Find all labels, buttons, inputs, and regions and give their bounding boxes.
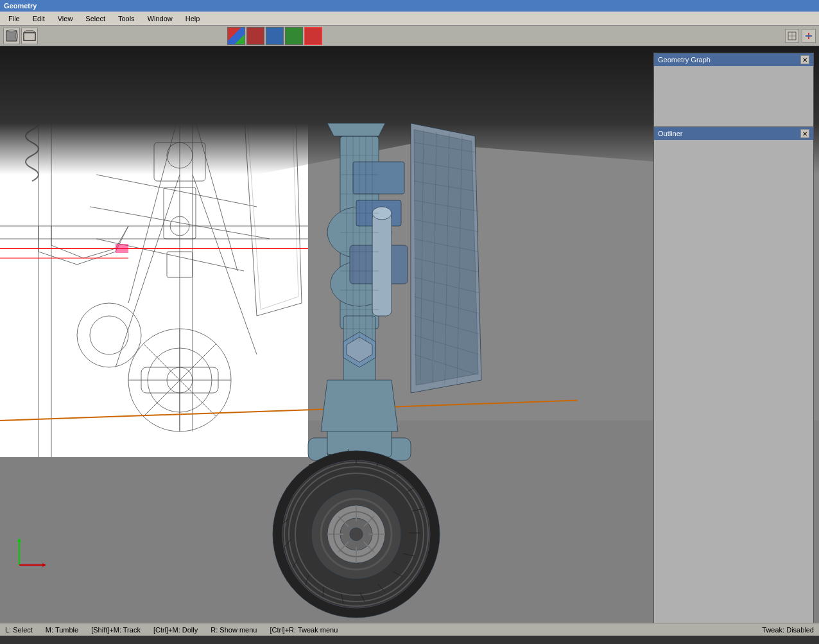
outliner-content — [654, 140, 813, 636]
svg-rect-56 — [372, 213, 392, 316]
status-select: L: Select — [5, 626, 33, 634]
svg-rect-42 — [116, 244, 128, 253]
geometry-graph-close[interactable]: ✕ — [800, 55, 809, 64]
svg-point-28 — [77, 303, 141, 367]
status-bar: L: Select M: Tumble [Shift]+M: Track [Ct… — [0, 623, 819, 636]
svg-marker-44 — [327, 123, 385, 136]
axis-indicator — [13, 533, 51, 571]
status-tumble: M: Tumble — [46, 626, 78, 634]
svg-point-29 — [90, 316, 128, 354]
menu-file[interactable]: File — [3, 13, 26, 24]
persp-toggle-btn[interactable] — [21, 28, 38, 44]
landing-gear-3d-mesh — [244, 123, 603, 624]
svg-marker-134 — [42, 563, 46, 567]
outliner-header: Outliner ✕ — [654, 127, 813, 140]
world-btn-1[interactable] — [785, 29, 799, 43]
nav-cube-top[interactable] — [285, 27, 303, 45]
main-viewport[interactable]: Geometry Graph ✕ Outliner ✕ L: Select M:… — [0, 46, 819, 636]
outliner-title: Outliner — [658, 130, 683, 137]
status-tweak-menu: [Ctrl]+R: Tweak menu — [270, 626, 338, 634]
outliner-close[interactable]: ✕ — [800, 129, 809, 138]
svg-marker-50 — [321, 380, 398, 431]
svg-marker-52 — [414, 130, 478, 385]
nav-cube-side[interactable] — [266, 27, 284, 45]
svg-point-65 — [350, 528, 363, 541]
svg-line-16 — [116, 175, 180, 367]
geometry-graph-panel: Geometry Graph ✕ — [653, 53, 814, 131]
outliner-panel: Outliner ✕ — [653, 126, 814, 636]
menu-tools[interactable]: Tools — [112, 13, 141, 24]
world-buttons — [784, 28, 816, 44]
svg-rect-3 — [24, 33, 35, 40]
status-track: [Shift]+M: Track — [91, 626, 141, 634]
toolbar — [0, 26, 819, 46]
menu-select[interactable]: Select — [80, 13, 111, 24]
menu-window[interactable]: Window — [142, 13, 178, 24]
svg-line-18 — [96, 175, 257, 207]
svg-marker-132 — [17, 538, 21, 542]
menu-bar: File Edit View Select Tools Window Help — [0, 12, 819, 26]
app-title: Geometry — [4, 2, 37, 10]
title-bar: Geometry — [0, 0, 819, 12]
nav-cube-perspective[interactable] — [227, 27, 245, 45]
status-dolly: [Ctrl]+M: Dolly — [153, 626, 198, 634]
geometry-graph-title: Geometry Graph — [658, 56, 711, 64]
nav-cube-front[interactable] — [246, 27, 264, 45]
status-show-menu: R: Show menu — [211, 626, 257, 634]
menu-help[interactable]: Help — [180, 13, 206, 24]
mesh-svg — [244, 123, 603, 624]
geometry-graph-content — [654, 66, 813, 130]
svg-rect-0 — [6, 31, 17, 41]
view-navigation-buttons — [227, 27, 592, 45]
cube-view-btn[interactable] — [3, 28, 20, 44]
menu-view[interactable]: View — [52, 13, 79, 24]
svg-rect-53 — [353, 162, 404, 194]
tweak-status: Tweak: Disabled — [762, 626, 814, 634]
menu-edit[interactable]: Edit — [27, 13, 51, 24]
geometry-graph-header: Geometry Graph ✕ — [654, 53, 813, 66]
world-btn-2[interactable] — [802, 29, 816, 43]
nav-cube-selected[interactable] — [304, 27, 322, 45]
